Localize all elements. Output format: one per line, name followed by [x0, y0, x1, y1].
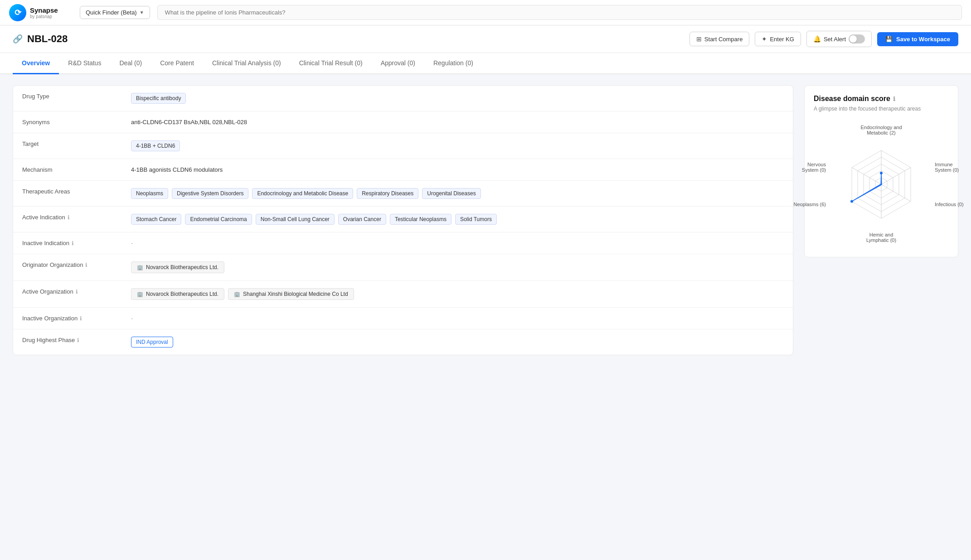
logo: ⟳ Synapse by patsnap [9, 4, 73, 21]
drug-highest-phase-value: IND Approval [131, 337, 784, 348]
ind-stomach: Stomach Cancer [131, 214, 181, 225]
synonyms-label: Synonyms [22, 119, 122, 126]
active-org-value: 🏢 Novarock Biotherapeutics Ltd. 🏢 Shangh… [131, 288, 784, 300]
originator-org-label: Originator Organization ℹ [22, 261, 122, 268]
radar-grid [850, 150, 911, 218]
tab-deal[interactable]: Deal (0) [110, 53, 151, 74]
mechanism-value: 4-1BB agonists CLDN6 modulators [131, 166, 784, 173]
tab-clinical-trial-analysis[interactable]: Clinical Trial Analysis (0) [203, 53, 290, 74]
mechanism-text: 4-1BB agonists CLDN6 modulators [131, 166, 223, 173]
target-row: Target 4-1BB + CLDN6 [13, 133, 793, 159]
info-icon-inactive-org: ℹ [80, 315, 82, 322]
originator-org-row: Originator Organization ℹ 🏢 Novarock Bio… [13, 254, 793, 281]
info-icon-orig: ℹ [85, 262, 87, 268]
svg-text:Endocrinology and: Endocrinology and [860, 125, 902, 130]
enter-kg-button[interactable]: ✦ Enter KG [755, 32, 801, 46]
drug-type-row: Drug Type Bispecific antibody [13, 86, 793, 111]
page-header: 🔗 NBL-028 ⊞ Start Compare ✦ Enter KG 🔔 S… [0, 25, 971, 53]
building-icon: 🏢 [137, 265, 143, 270]
start-compare-button[interactable]: ⊞ Start Compare [689, 32, 750, 46]
chevron-down-icon: ▼ [140, 10, 144, 15]
svg-point-23 [850, 200, 853, 203]
inactive-indication-row: Inactive Indication ℹ - [13, 232, 793, 254]
link-icon: 🔗 [13, 34, 23, 44]
ta-respiratory: Respiratory Diseases [357, 188, 418, 199]
inactive-org-label: Inactive Organization ℹ [22, 315, 122, 322]
active-org-label: Active Organization ℹ [22, 288, 122, 295]
ind-endometrial: Endometrial Carcinoma [185, 214, 252, 225]
save-icon: 💾 [885, 36, 893, 43]
info-icon-inactive: ℹ [72, 240, 74, 246]
active-org-shanghai: 🏢 Shanghai Xinshi Biological Medicine Co… [228, 288, 354, 300]
svg-text:Immune: Immune [935, 162, 953, 167]
target-label: Target [22, 140, 122, 147]
tab-rd-status[interactable]: R&D Status [59, 53, 110, 74]
main-content: Drug Type Bispecific antibody Synonyms a… [0, 74, 971, 560]
page-title: NBL-028 [27, 33, 68, 45]
inactive-org-value: - [131, 315, 784, 322]
logo-icon: ⟳ [9, 4, 26, 21]
inactive-org-row: Inactive Organization ℹ - [13, 308, 793, 329]
tab-clinical-trial-result[interactable]: Clinical Trial Result (0) [290, 53, 372, 74]
alert-toggle[interactable] [849, 34, 865, 43]
synonyms-row: Synonyms anti-CLDN6-CD137 BsAb,NBL 028,N… [13, 111, 793, 133]
therapeutic-areas-label: Therapeutic Areas [22, 188, 122, 195]
tab-approval[interactable]: Approval (0) [372, 53, 424, 74]
search-input[interactable] [157, 5, 962, 20]
info-icon-score: ℹ [893, 96, 895, 102]
tab-regulation[interactable]: Regulation (0) [424, 53, 482, 74]
header-actions: ⊞ Start Compare ✦ Enter KG 🔔 Set Alert 💾… [689, 31, 958, 47]
svg-line-16 [881, 168, 911, 185]
quick-finder-label: Quick Finder (Beta) [86, 9, 137, 16]
building-icon-3: 🏢 [234, 291, 240, 297]
svg-line-20 [852, 168, 881, 185]
ta-digestive: Digestive System Disorders [172, 188, 248, 199]
svg-text:Metabolic (2): Metabolic (2) [867, 130, 896, 135]
tab-core-patent[interactable]: Core Patent [151, 53, 203, 74]
set-alert-button[interactable]: 🔔 Set Alert [806, 31, 872, 47]
quick-finder-button[interactable]: Quick Finder (Beta) ▼ [80, 6, 150, 19]
info-icon-active-org: ℹ [76, 289, 78, 295]
svg-text:Nervous: Nervous [807, 162, 826, 167]
radar-chart: Endocrinology and Metabolic (2) Immune S… [814, 121, 949, 248]
svg-text:Lymphatic (0): Lymphatic (0) [866, 237, 896, 243]
ind-solid-tumors: Solid Tumors [455, 214, 497, 225]
svg-marker-21 [852, 173, 882, 202]
building-icon-2: 🏢 [137, 291, 143, 297]
active-indication-label: Active Indication ℹ [22, 214, 122, 221]
svg-text:System (0): System (0) [935, 167, 959, 173]
score-title: Disease domain score ℹ [814, 95, 949, 103]
ind-nsclc: Non-Small Cell Lung Cancer [256, 214, 335, 225]
tabs-bar: Overview R&D Status Deal (0) Core Patent… [0, 53, 971, 74]
synonyms-text: anti-CLDN6-CD137 BsAb,NBL 028,NBL-028 [131, 119, 247, 126]
synonyms-value: anti-CLDN6-CD137 BsAb,NBL 028,NBL-028 [131, 119, 784, 126]
inactive-indication-value: - [131, 240, 784, 246]
info-table: Drug Type Bispecific antibody Synonyms a… [13, 85, 793, 355]
page-title-area: 🔗 NBL-028 [13, 33, 682, 45]
tab-overview[interactable]: Overview [13, 53, 59, 74]
inactive-indication-label: Inactive Indication ℹ [22, 240, 122, 246]
inactive-ind-dash: - [131, 240, 133, 246]
ind-ovarian: Ovarian Cancer [338, 214, 386, 225]
target-value: 4-1BB + CLDN6 [131, 140, 784, 151]
logo-sub: by patsnap [30, 14, 58, 19]
drug-type-label: Drug Type [22, 93, 122, 100]
drug-highest-phase-row: Drug Highest Phase ℹ IND Approval [13, 329, 793, 355]
info-icon-phase: ℹ [77, 337, 79, 343]
svg-text:Neoplasms (6): Neoplasms (6) [793, 202, 826, 207]
therapeutic-areas-row: Therapeutic Areas Neoplasms Digestive Sy… [13, 181, 793, 207]
mechanism-label: Mechanism [22, 166, 122, 173]
active-org-novarock: 🏢 Novarock Biotherapeutics Ltd. [131, 288, 224, 300]
drug-highest-phase-label: Drug Highest Phase ℹ [22, 337, 122, 343]
drug-type-value: Bispecific antibody [131, 93, 784, 104]
save-workspace-button[interactable]: 💾 Save to Workspace [877, 32, 958, 46]
inactive-org-dash: - [131, 315, 133, 322]
active-org-row: Active Organization ℹ 🏢 Novarock Biother… [13, 281, 793, 308]
enter-kg-label: Enter KG [770, 36, 794, 43]
save-workspace-label: Save to Workspace [896, 36, 950, 43]
ind-testicular: Testicular Neoplasms [390, 214, 452, 225]
mechanism-row: Mechanism 4-1BB agonists CLDN6 modulator… [13, 159, 793, 181]
start-compare-label: Start Compare [704, 36, 743, 43]
originator-org-value: 🏢 Novarock Biotherapeutics Ltd. [131, 261, 784, 273]
top-nav: ⟳ Synapse by patsnap Quick Finder (Beta)… [0, 0, 971, 25]
